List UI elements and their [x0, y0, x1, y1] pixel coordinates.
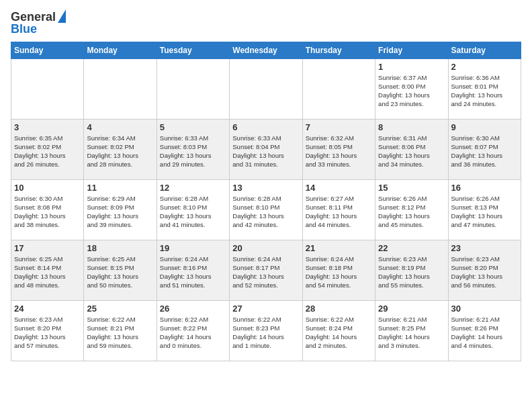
day-info: Sunrise: 6:23 AM Sunset: 8:20 PM Dayligh…: [451, 255, 518, 290]
day-number: 3: [14, 122, 81, 132]
day-info: Sunrise: 6:28 AM Sunset: 8:10 PM Dayligh…: [160, 194, 226, 230]
day-number: 15: [378, 183, 445, 193]
calendar-cell: 19Sunrise: 6:24 AM Sunset: 8:16 PM Dayli…: [157, 240, 229, 300]
calendar-cell: [157, 58, 229, 119]
calendar-cell: 1Sunrise: 6:37 AM Sunset: 8:00 PM Daylig…: [375, 58, 448, 119]
day-number: 20: [232, 243, 299, 253]
calendar-cell: 4Sunrise: 6:34 AM Sunset: 8:02 PM Daylig…: [84, 119, 157, 179]
calendar-cell: 29Sunrise: 6:21 AM Sunset: 8:25 PM Dayli…: [375, 300, 448, 361]
calendar-cell: [11, 58, 84, 119]
calendar-cell: 27Sunrise: 6:22 AM Sunset: 8:23 PM Dayli…: [230, 300, 302, 361]
day-info: Sunrise: 6:22 AM Sunset: 8:23 PM Dayligh…: [232, 315, 299, 351]
day-info: Sunrise: 6:36 AM Sunset: 8:01 PM Dayligh…: [451, 73, 518, 109]
day-number: 26: [160, 304, 226, 314]
calendar-cell: 23Sunrise: 6:23 AM Sunset: 8:20 PM Dayli…: [448, 240, 521, 300]
day-number: 9: [451, 122, 518, 132]
day-number: 4: [87, 122, 153, 132]
calendar-table: SundayMondayTuesdayWednesdayThursdayFrid…: [11, 42, 521, 361]
day-info: Sunrise: 6:26 AM Sunset: 8:12 PM Dayligh…: [378, 194, 445, 230]
calendar-cell: 22Sunrise: 6:23 AM Sunset: 8:19 PM Dayli…: [375, 240, 448, 300]
calendar-week-3: 17Sunrise: 6:25 AM Sunset: 8:14 PM Dayli…: [11, 240, 521, 300]
calendar-cell: [302, 58, 375, 119]
day-number: 13: [232, 183, 299, 193]
day-number: 25: [87, 304, 153, 314]
calendar-cell: 18Sunrise: 6:25 AM Sunset: 8:15 PM Dayli…: [84, 240, 157, 300]
day-number: 22: [378, 243, 445, 253]
weekday-header-monday: Monday: [84, 42, 157, 58]
calendar-cell: [230, 58, 302, 119]
day-info: Sunrise: 6:33 AM Sunset: 8:04 PM Dayligh…: [232, 134, 299, 169]
day-number: 7: [306, 122, 372, 132]
weekday-header-sunday: Sunday: [11, 42, 84, 58]
calendar-cell: 17Sunrise: 6:25 AM Sunset: 8:14 PM Dayli…: [11, 240, 84, 300]
calendar-cell: 28Sunrise: 6:22 AM Sunset: 8:24 PM Dayli…: [302, 300, 375, 361]
day-number: 29: [378, 304, 445, 314]
day-info: Sunrise: 6:28 AM Sunset: 8:10 PM Dayligh…: [232, 194, 299, 230]
calendar-cell: 20Sunrise: 6:24 AM Sunset: 8:17 PM Dayli…: [230, 240, 302, 300]
calendar-cell: [84, 58, 157, 119]
day-info: Sunrise: 6:24 AM Sunset: 8:17 PM Dayligh…: [232, 255, 299, 290]
day-number: 23: [451, 243, 518, 253]
day-info: Sunrise: 6:30 AM Sunset: 8:08 PM Dayligh…: [14, 194, 81, 230]
day-info: Sunrise: 6:34 AM Sunset: 8:02 PM Dayligh…: [87, 134, 153, 169]
day-info: Sunrise: 6:21 AM Sunset: 8:25 PM Dayligh…: [378, 315, 445, 351]
day-info: Sunrise: 6:31 AM Sunset: 8:06 PM Dayligh…: [378, 134, 445, 169]
day-number: 2: [451, 62, 518, 72]
day-number: 18: [87, 243, 153, 253]
day-number: 24: [14, 304, 81, 314]
calendar-cell: 8Sunrise: 6:31 AM Sunset: 8:06 PM Daylig…: [375, 119, 448, 179]
day-info: Sunrise: 6:22 AM Sunset: 8:21 PM Dayligh…: [87, 315, 153, 351]
day-info: Sunrise: 6:25 AM Sunset: 8:15 PM Dayligh…: [87, 255, 153, 290]
day-info: Sunrise: 6:29 AM Sunset: 8:09 PM Dayligh…: [87, 194, 153, 230]
day-info: Sunrise: 6:33 AM Sunset: 8:03 PM Dayligh…: [160, 134, 226, 169]
day-info: Sunrise: 6:26 AM Sunset: 8:13 PM Dayligh…: [451, 194, 518, 230]
day-info: Sunrise: 6:37 AM Sunset: 8:00 PM Dayligh…: [378, 73, 445, 109]
calendar-cell: 3Sunrise: 6:35 AM Sunset: 8:02 PM Daylig…: [11, 119, 84, 179]
calendar-cell: 13Sunrise: 6:28 AM Sunset: 8:10 PM Dayli…: [230, 179, 302, 240]
calendar-cell: 30Sunrise: 6:21 AM Sunset: 8:26 PM Dayli…: [448, 300, 521, 361]
weekday-header-tuesday: Tuesday: [157, 42, 229, 58]
day-number: 27: [232, 304, 299, 314]
day-info: Sunrise: 6:24 AM Sunset: 8:16 PM Dayligh…: [160, 255, 226, 290]
day-number: 5: [160, 122, 226, 132]
page-header: General Blue: [11, 11, 521, 36]
day-number: 12: [160, 183, 226, 193]
day-number: 10: [14, 183, 81, 193]
day-number: 28: [306, 304, 372, 314]
day-number: 16: [451, 183, 518, 193]
day-number: 17: [14, 243, 81, 253]
calendar-cell: 26Sunrise: 6:22 AM Sunset: 8:22 PM Dayli…: [157, 300, 229, 361]
calendar-cell: 6Sunrise: 6:33 AM Sunset: 8:04 PM Daylig…: [230, 119, 302, 179]
calendar-cell: 21Sunrise: 6:24 AM Sunset: 8:18 PM Dayli…: [302, 240, 375, 300]
weekday-header-row: SundayMondayTuesdayWednesdayThursdayFrid…: [11, 42, 521, 58]
day-info: Sunrise: 6:30 AM Sunset: 8:07 PM Dayligh…: [451, 134, 518, 169]
calendar-cell: 11Sunrise: 6:29 AM Sunset: 8:09 PM Dayli…: [84, 179, 157, 240]
day-info: Sunrise: 6:22 AM Sunset: 8:22 PM Dayligh…: [160, 315, 226, 351]
weekday-header-wednesday: Wednesday: [230, 42, 302, 58]
calendar-week-2: 10Sunrise: 6:30 AM Sunset: 8:08 PM Dayli…: [11, 179, 521, 240]
day-info: Sunrise: 6:24 AM Sunset: 8:18 PM Dayligh…: [306, 255, 372, 290]
day-number: 11: [87, 183, 153, 193]
day-info: Sunrise: 6:23 AM Sunset: 8:19 PM Dayligh…: [378, 255, 445, 290]
calendar-cell: 9Sunrise: 6:30 AM Sunset: 8:07 PM Daylig…: [448, 119, 521, 179]
calendar-week-1: 3Sunrise: 6:35 AM Sunset: 8:02 PM Daylig…: [11, 119, 521, 179]
calendar-body: 1Sunrise: 6:37 AM Sunset: 8:00 PM Daylig…: [11, 58, 521, 361]
weekday-header-friday: Friday: [375, 42, 448, 58]
calendar-cell: 2Sunrise: 6:36 AM Sunset: 8:01 PM Daylig…: [448, 58, 521, 119]
day-number: 30: [451, 304, 518, 314]
calendar-cell: 16Sunrise: 6:26 AM Sunset: 8:13 PM Dayli…: [448, 179, 521, 240]
calendar-cell: 25Sunrise: 6:22 AM Sunset: 8:21 PM Dayli…: [84, 300, 157, 361]
day-number: 14: [306, 183, 372, 193]
day-info: Sunrise: 6:23 AM Sunset: 8:20 PM Dayligh…: [14, 315, 81, 351]
logo-triangle-icon: [58, 9, 66, 23]
day-info: Sunrise: 6:27 AM Sunset: 8:11 PM Dayligh…: [306, 194, 372, 230]
day-info: Sunrise: 6:21 AM Sunset: 8:26 PM Dayligh…: [451, 315, 518, 351]
calendar-week-0: 1Sunrise: 6:37 AM Sunset: 8:00 PM Daylig…: [11, 58, 521, 119]
calendar-cell: 7Sunrise: 6:32 AM Sunset: 8:05 PM Daylig…: [302, 119, 375, 179]
calendar-cell: 15Sunrise: 6:26 AM Sunset: 8:12 PM Dayli…: [375, 179, 448, 240]
calendar-cell: 24Sunrise: 6:23 AM Sunset: 8:20 PM Dayli…: [11, 300, 84, 361]
day-number: 19: [160, 243, 226, 253]
logo: General Blue: [11, 11, 66, 36]
day-info: Sunrise: 6:32 AM Sunset: 8:05 PM Dayligh…: [306, 134, 372, 169]
calendar-cell: 14Sunrise: 6:27 AM Sunset: 8:11 PM Dayli…: [302, 179, 375, 240]
